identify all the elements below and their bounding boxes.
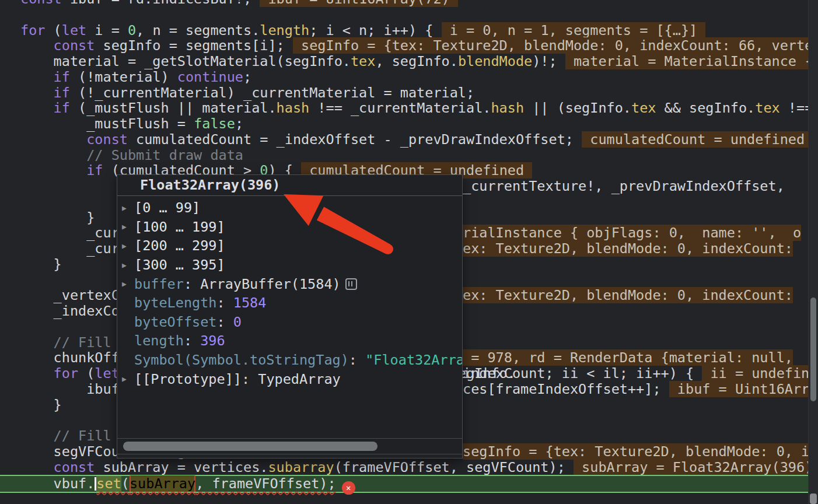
code-token: subarray	[268, 459, 334, 475]
code-token: material = _getSlotMaterial(segInfo.	[20, 53, 351, 69]
right-of-popup-fragment: ces[frameIndexOffset++]; ibuf = Uint16Ar…	[463, 382, 809, 397]
error-icon[interactable]: ✕	[342, 481, 355, 495]
code-token: 0	[128, 22, 136, 38]
code-token: hash	[491, 100, 524, 116]
code-token: (_mustFlush || material.	[78, 100, 277, 116]
code-token: let	[62, 22, 95, 38]
code-line[interactable]: material = _getSlotMaterial(segInfo.tex,…	[20, 54, 809, 69]
expand-triangle-icon[interactable]: ▶	[122, 374, 134, 383]
object-inspect-popup: Float32Array(396) ▶[0 … 99]▶[100 … 199]▶…	[117, 174, 463, 459]
code-token	[20, 69, 54, 85]
code-token: byteOffset	[134, 314, 216, 330]
code-token: :	[216, 295, 233, 311]
code-token: ArrayBuffer(1584)	[200, 276, 341, 292]
expand-triangle-icon[interactable]: ▶	[122, 242, 134, 250]
inline-eval-annotation: i = 0, n = 1, segments = [{…}]	[442, 22, 706, 38]
popup-hscroll-thumb[interactable]	[123, 442, 377, 451]
code-token: :	[216, 314, 233, 330]
popup-property-row[interactable]: ▶[300 … 395]	[117, 256, 462, 275]
code-token: segInfo = segments[i];	[103, 37, 284, 54]
code-token: _mustFlush =	[20, 116, 194, 132]
code-line[interactable]: const ibuf = rd.indicesBuf!; ibuf = Uint…	[20, 0, 809, 7]
code-token: [300 … 395]	[134, 257, 225, 273]
popup-rows: ▶[0 … 99]▶[100 … 199]▶[200 … 299]▶[300 ……	[117, 196, 462, 388]
code-token: length	[260, 22, 309, 38]
code-token: cumulatedCount = _indexOffset - _prevDra…	[136, 131, 574, 148]
popup-property-row[interactable]: ▶[100 … 199]	[117, 218, 462, 237]
editor-vertical-scrollbar[interactable]	[808, 0, 818, 504]
code-token: && segInfo.	[656, 100, 755, 116]
code-token: [0 … 99]	[134, 200, 200, 216]
expand-triangle-icon[interactable]: ▶	[122, 261, 134, 270]
inline-eval-annotation: material = MaterialInstance {_objFlags:	[565, 53, 809, 69]
right-of-popup-fragment: = 978, rd = RenderData {material: null,	[463, 350, 793, 366]
code-token: ;	[243, 69, 251, 85]
code-token: ibuf = rd.indicesBuf!;	[70, 0, 251, 7]
code-token: (!_currentMaterial) _currentMaterial = m…	[78, 85, 474, 101]
code-token: (	[86, 365, 95, 382]
code-token: indexCount; ii < il; ii++) {	[463, 365, 694, 382]
code-token: subArray = vertices.	[103, 459, 268, 475]
code-token: const	[86, 131, 136, 148]
code-token: ; i < n; i++) {	[309, 22, 433, 38]
code-token	[20, 37, 54, 54]
code-token: }	[20, 397, 62, 413]
code-token	[574, 131, 582, 148]
code-token: if	[54, 69, 78, 85]
code-line[interactable]: const segInfo = segments[i]; segInfo = {…	[20, 38, 809, 54]
popup-property-row: ▶byteLength: 1584	[117, 293, 462, 313]
code-token: hash	[277, 100, 310, 116]
right-of-popup-fragment: ex: Texture2D, blendMode: 0, indexCount:	[463, 288, 793, 303]
code-token: !== _currentMaterial.	[309, 100, 491, 116]
popup-property-row[interactable]: ▶[200 … 299]	[117, 236, 462, 256]
expand-triangle-icon[interactable]: ▶	[122, 204, 134, 212]
code-token: tex	[631, 100, 656, 116]
code-token: _currentTexture!, _prevDrawIndexOffset,	[463, 178, 785, 194]
code-token: if	[54, 85, 78, 101]
paused-execution-line[interactable]: vbuf.set(subArray, frameVFOffset);✕	[0, 475, 809, 493]
popup-property-row[interactable]: ▶[[Prototype]]: TypedArray	[117, 369, 462, 388]
code-line[interactable]: const cumulatedCount = _indexOffset - _p…	[20, 132, 809, 148]
code-line[interactable]: if (!_currentMaterial) _currentMaterial …	[20, 85, 809, 101]
code-line[interactable]: _mustFlush = false;	[20, 116, 809, 132]
horizontal-scrollbar-thumb[interactable]	[810, 494, 817, 504]
inline-eval-annotation: segInfo = {tex: Texture2D, blendMode: 0,…	[293, 37, 809, 54]
code-token: set	[96, 475, 121, 492]
code-token: [[Prototype]]	[134, 371, 242, 387]
popup-property-row[interactable]: ▶buffer: ArrayBuffer(1584)	[117, 274, 462, 293]
code-token: :	[349, 352, 365, 368]
code-token: Symbol(Symbol.toStringTag)	[134, 352, 349, 368]
popup-horizontal-scrollbar[interactable]	[117, 438, 462, 454]
code-line[interactable]: const subArray = vertices.subarray(frame…	[20, 460, 809, 475]
right-of-popup-fragment: ex: Texture2D, blendMode: 0, indexCount:	[463, 241, 793, 257]
code-line[interactable]: if (!material) continue;	[20, 69, 809, 85]
code-token: , segInfo.	[375, 53, 457, 69]
inline-eval-annotation: ex: Texture2D, blendMode: 0, indexCount:	[463, 287, 793, 303]
code-token: , frameVFOffset);	[195, 475, 336, 492]
code-token	[661, 381, 669, 397]
code-token	[20, 85, 54, 101]
code-token: blendMode	[458, 53, 532, 69]
code-line[interactable]	[20, 7, 809, 23]
popup-property-row[interactable]: ▶[0 … 99]	[117, 198, 462, 218]
code-token: tex	[755, 100, 779, 116]
expand-triangle-icon[interactable]: ▶	[122, 222, 134, 231]
expand-triangle-icon[interactable]: ▶	[122, 279, 134, 288]
inline-eval-annotation: subArray = Float32Array(396)	[574, 459, 809, 475]
code-token: // Submit draw data	[20, 147, 243, 163]
code-line[interactable]: if (_mustFlush || material.hash !== _cur…	[20, 100, 809, 116]
code-token	[694, 365, 702, 382]
popup-title: Float32Array(396)	[117, 175, 462, 194]
vertical-scrollbar-thumb[interactable]	[810, 298, 816, 401]
inline-eval-annotation: ibuf = Uint16Array(72)	[669, 381, 809, 397]
code-token: for	[20, 22, 54, 38]
code-token: :	[242, 371, 258, 387]
code-line[interactable]: for (let i = 0, n = segments.length; i <…	[20, 23, 809, 38]
code-token: (	[121, 475, 130, 492]
code-token	[251, 0, 260, 7]
devtools-sources-panel: const ibuf = rd.indicesBuf!; ibuf = Uint…	[0, 0, 818, 504]
memory-icon	[345, 278, 357, 290]
code-token: (frameVFOffset, segVFCount);	[334, 459, 565, 475]
code-token	[20, 162, 86, 178]
code-line[interactable]: // Submit draw data	[20, 148, 809, 163]
